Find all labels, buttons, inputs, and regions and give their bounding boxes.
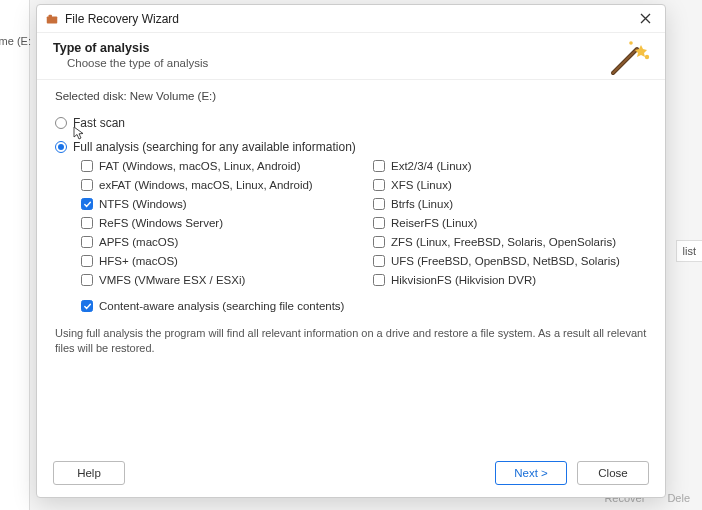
file-recovery-wizard-dialog: File Recovery Wizard Type of analysis Ch… <box>36 4 666 498</box>
close-button-footer[interactable]: Close <box>577 461 649 485</box>
checkbox-icon <box>81 255 93 267</box>
fs-label: UFS (FreeBSD, OpenBSD, NetBSD, Solaris) <box>391 255 620 267</box>
background-volume-label: lume (E: <box>0 35 31 47</box>
checkbox-icon <box>81 217 93 229</box>
background-sidebar <box>0 0 30 510</box>
checkbox-icon <box>373 236 385 248</box>
checkbox-icon <box>81 300 93 312</box>
svg-point-2 <box>645 55 649 59</box>
fs-checkbox-left-3[interactable]: ReFS (Windows Server) <box>81 217 355 229</box>
header-title: Type of analysis <box>53 41 649 55</box>
fs-label: ReiserFS (Linux) <box>391 217 477 229</box>
fs-checkbox-left-5[interactable]: HFS+ (macOS) <box>81 255 355 267</box>
fs-label: HFS+ (macOS) <box>99 255 178 267</box>
background-right-snippet: list <box>676 240 702 262</box>
svg-rect-0 <box>47 16 58 23</box>
close-icon <box>640 13 651 24</box>
window-title: File Recovery Wizard <box>65 12 633 26</box>
checkbox-icon <box>373 179 385 191</box>
description-text: Using full analysis the program will fin… <box>55 326 647 357</box>
checkbox-icon <box>373 255 385 267</box>
close-button[interactable] <box>633 9 657 29</box>
fs-checkbox-right-6[interactable]: HikvisionFS (Hikvision DVR) <box>373 274 647 286</box>
fs-checkbox-right-2[interactable]: Btrfs (Linux) <box>373 198 647 210</box>
radio-icon <box>55 141 67 153</box>
full-analysis-radio[interactable]: Full analysis (searching for any availab… <box>55 140 647 154</box>
content-aware-label: Content-aware analysis (searching file c… <box>99 300 344 312</box>
checkbox-icon <box>373 217 385 229</box>
selected-disk-value: New Volume (E:) <box>130 90 216 102</box>
content-aware-checkbox[interactable]: Content-aware analysis (searching file c… <box>81 300 647 312</box>
fast-scan-label: Fast scan <box>73 116 125 130</box>
full-analysis-label: Full analysis (searching for any availab… <box>73 140 356 154</box>
header-subtitle: Choose the type of analysis <box>67 57 649 69</box>
fs-checkbox-left-0[interactable]: FAT (Windows, macOS, Linux, Android) <box>81 160 355 172</box>
wizard-content: Selected disk: New Volume (E:) Fast scan… <box>37 79 665 451</box>
fs-label: FAT (Windows, macOS, Linux, Android) <box>99 160 301 172</box>
fs-label: ReFS (Windows Server) <box>99 217 223 229</box>
help-button[interactable]: Help <box>53 461 125 485</box>
fs-checkbox-right-5[interactable]: UFS (FreeBSD, OpenBSD, NetBSD, Solaris) <box>373 255 647 267</box>
fs-checkbox-left-2[interactable]: NTFS (Windows) <box>81 198 355 210</box>
checkbox-icon <box>373 274 385 286</box>
titlebar: File Recovery Wizard <box>37 5 665 33</box>
fs-label: ZFS (Linux, FreeBSD, Solaris, OpenSolari… <box>391 236 616 248</box>
wizard-header: Type of analysis Choose the type of anal… <box>37 33 665 79</box>
fs-checkbox-right-0[interactable]: Ext2/3/4 (Linux) <box>373 160 647 172</box>
fs-label: APFS (macOS) <box>99 236 178 248</box>
selected-disk-label: Selected disk: <box>55 90 127 102</box>
fs-checkbox-right-1[interactable]: XFS (Linux) <box>373 179 647 191</box>
checkbox-icon <box>81 274 93 286</box>
fs-label: XFS (Linux) <box>391 179 452 191</box>
selected-disk-row: Selected disk: New Volume (E:) <box>55 90 647 102</box>
fs-checkbox-right-3[interactable]: ReiserFS (Linux) <box>373 217 647 229</box>
wizard-footer: Help Next > Close <box>37 451 665 497</box>
fs-label: exFAT (Windows, macOS, Linux, Android) <box>99 179 313 191</box>
app-icon <box>45 12 59 26</box>
checkbox-icon <box>81 198 93 210</box>
svg-point-3 <box>629 41 633 45</box>
checkbox-icon <box>373 198 385 210</box>
checkbox-icon <box>81 160 93 172</box>
fs-checkbox-left-6[interactable]: VMFS (VMware ESX / ESXi) <box>81 274 355 286</box>
checkbox-icon <box>373 160 385 172</box>
radio-icon <box>55 117 67 129</box>
wizard-wand-icon <box>607 39 651 77</box>
fast-scan-radio[interactable]: Fast scan <box>55 116 647 130</box>
fs-label: VMFS (VMware ESX / ESXi) <box>99 274 245 286</box>
fs-label: NTFS (Windows) <box>99 198 187 210</box>
fs-label: Ext2/3/4 (Linux) <box>391 160 472 172</box>
next-button[interactable]: Next > <box>495 461 567 485</box>
checkbox-icon <box>81 179 93 191</box>
fs-checkbox-right-4[interactable]: ZFS (Linux, FreeBSD, Solaris, OpenSolari… <box>373 236 647 248</box>
svg-rect-1 <box>49 14 53 17</box>
fs-label: HikvisionFS (Hikvision DVR) <box>391 274 536 286</box>
fs-checkbox-left-4[interactable]: APFS (macOS) <box>81 236 355 248</box>
checkbox-icon <box>81 236 93 248</box>
fs-label: Btrfs (Linux) <box>391 198 453 210</box>
fs-checkbox-left-1[interactable]: exFAT (Windows, macOS, Linux, Android) <box>81 179 355 191</box>
filesystem-grid: FAT (Windows, macOS, Linux, Android)Ext2… <box>81 160 647 286</box>
